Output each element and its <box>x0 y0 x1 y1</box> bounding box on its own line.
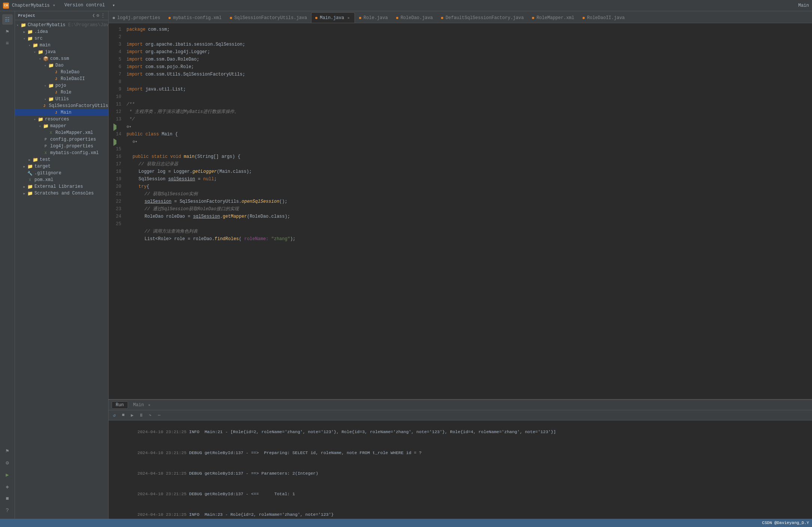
sidebar-item-main-java[interactable]: ▶ J Main <box>15 109 108 116</box>
line-num-16: 16 <box>109 153 121 161</box>
sidebar-item-resources[interactable]: ▾ 📁 resources <box>15 116 108 123</box>
help-icon[interactable]: ? <box>2 505 13 516</box>
sidebar-item-log4j-properties[interactable]: ▶ P log4j.properties <box>15 143 108 150</box>
sidebar-item-target[interactable]: ▶ 📁 target <box>15 163 108 170</box>
code-line-21: // 获取SqlSession实例 <box>127 191 812 198</box>
console-output[interactable]: 2024-04-10 23:21:25 INFO Main:21 - [Role… <box>109 420 812 519</box>
sidebar-item-com-ssm[interactable]: ▾ 📦 com.ssm <box>15 55 108 62</box>
tab-log4j-dot <box>113 17 115 19</box>
sidebar-item-gitignore[interactable]: ▶ 🔧 .gitignore <box>15 170 108 177</box>
line-num-3: 3 <box>109 41 121 49</box>
line-num-14-run[interactable] <box>109 138 121 146</box>
tab-roledao[interactable]: RoleDao.java <box>392 12 437 23</box>
sqlfactory-java-icon: J <box>42 103 48 109</box>
tab-main-close[interactable]: ✕ <box>346 16 351 20</box>
scratches-arrow-icon: ▶ <box>22 191 27 196</box>
tab-rolemapper[interactable]: RoleMapper.xml <box>528 12 578 23</box>
root-arrow-icon: ▾ <box>15 22 20 28</box>
code-area[interactable]: package com.ssm; import org.apache.ibati… <box>124 23 812 399</box>
utils-label: Utils <box>55 96 69 102</box>
sidebar-item-sqlsessionfactoryutils[interactable]: ▶ J SqlSessionFactoryUtils <box>15 102 108 109</box>
root-label: ChapterMybatis E:\Programs\Java\ChapterM <box>28 22 108 28</box>
sidebar-item-role[interactable]: ▶ J Role <box>15 89 108 96</box>
sidebar-item-pom-xml[interactable]: ▶ X pom.xml <box>15 177 108 183</box>
sidebar-item-mapper[interactable]: ▾ 📁 mapper <box>15 123 108 129</box>
resume-button[interactable]: ▶ <box>128 411 136 419</box>
tab-roledaoii[interactable]: RoleDaoII.java <box>578 12 629 23</box>
structure-icon[interactable]: ≡ <box>2 38 13 49</box>
tabs-bar: log4j.properties mybatis-config.xml SqlS… <box>109 11 812 23</box>
sidebar-item-external-libraries[interactable]: ▶ 📁 External Libraries <box>15 183 108 190</box>
code-line-24: RoleDao roleDao = sqlSession.getMapper(R… <box>127 213 812 221</box>
bottom-tab-run[interactable]: Run <box>112 401 128 409</box>
run-icon-bar[interactable]: ▶ <box>2 469 13 480</box>
sidebar-item-utils[interactable]: ▾ 📁 Utils <box>15 96 108 102</box>
idea-folder-icon: 📁 <box>27 29 33 35</box>
terminal-icon[interactable]: ■ <box>2 493 13 504</box>
sidebar-item-scratches[interactable]: ▶ 📁 Scratches and Consoles <box>15 190 108 197</box>
config-properties-label: config.properties <box>50 137 96 142</box>
tab-rolemapper-dot <box>532 17 534 19</box>
line-num-5: 5 <box>109 56 121 64</box>
project-view-icon[interactable]: ☷ <box>2 14 13 25</box>
step-over-button[interactable]: ↷ <box>146 411 154 419</box>
tab-main[interactable]: Main.java ✕ <box>311 12 355 23</box>
stop-button[interactable]: ■ <box>119 411 127 419</box>
mybatis-xml-label: mybatis-config.xml <box>50 150 99 156</box>
bookmark-icon[interactable]: ⚑ <box>2 26 13 37</box>
pause-button[interactable]: ⏸ <box>137 411 145 419</box>
line-num-2: 2 <box>109 34 121 41</box>
bottom-panel: Run Main ✕ ↺ ■ ▶ ⏸ ↷ ⋯ 2024-04-10 23:21:… <box>109 399 812 519</box>
resources-arrow-icon: ▾ <box>32 117 37 122</box>
tab-mybatis[interactable]: mybatis-config.xml <box>164 12 226 23</box>
tab-defaultsql-dot <box>441 17 443 19</box>
sidebar-more-icon[interactable]: ⋮ <box>101 13 105 18</box>
bottom-tab-main-close[interactable]: ✕ <box>148 403 150 407</box>
icon-bar: ☷ ⚑ ≡ ⚑ ⚙ ▶ ❖ ■ ? <box>0 11 15 519</box>
sidebar-item-mybatis-config[interactable]: ▶ X mybatis-config.xml <box>15 150 108 156</box>
sidebar-settings-icon[interactable]: ⚙ <box>97 13 99 18</box>
code-line-8 <box>127 79 812 86</box>
bottom-tab-main[interactable]: Main ✕ <box>130 402 154 408</box>
main-java-icon: J <box>53 110 59 116</box>
rerun-button[interactable]: ↺ <box>110 411 118 419</box>
sidebar-item-dao[interactable]: ▾ 📁 Dao <box>15 62 108 69</box>
src-label: src <box>34 36 43 41</box>
sidebar-item-java[interactable]: ▾ 📁 java <box>15 49 108 55</box>
tab-defaultsql[interactable]: DefaultSqlSessionFactory.java <box>437 12 528 23</box>
sidebar-collapse-icon[interactable]: ❮ <box>92 13 95 18</box>
tab-role[interactable]: Role.java <box>355 12 392 23</box>
version-control-menu[interactable]: Version control <box>61 2 108 9</box>
java-label: java <box>45 49 56 55</box>
settings-icon[interactable]: ⚙ <box>2 457 13 468</box>
pojo-label: pojo <box>55 83 66 88</box>
sidebar-item-config-properties[interactable]: ▶ P config.properties <box>15 136 108 143</box>
tab-log4j[interactable]: log4j.properties <box>109 12 164 23</box>
role-java-icon: J <box>53 89 59 95</box>
sidebar-item-src[interactable]: ▾ 📁 src <box>15 35 108 42</box>
version-control-arrow[interactable]: ▾ <box>109 2 118 9</box>
dao-label: Dao <box>55 63 64 68</box>
log4j-properties-label: log4j.properties <box>50 144 93 149</box>
notification-icon[interactable]: ⚑ <box>2 445 13 456</box>
sidebar-item-rolemapper-xml[interactable]: ▶ X RoleMapper.xml <box>15 129 108 136</box>
git-icon[interactable]: ❖ <box>2 481 13 492</box>
dao-folder-icon: 📁 <box>48 62 54 68</box>
dao-arrow-icon: ▾ <box>43 63 48 68</box>
sidebar-item-roledaoii[interactable]: ▶ J RoleDaoII <box>15 76 108 82</box>
sidebar-item-test[interactable]: ▶ 📁 test <box>15 156 108 163</box>
sidebar-item-roledao[interactable]: ▶ J RoleDao <box>15 69 108 76</box>
target-folder-icon: 📁 <box>27 163 33 169</box>
sidebar-item-pojo[interactable]: ▾ 📁 pojo <box>15 82 108 89</box>
tab-sqlsession[interactable]: SqlSessionFactoryUtils.java <box>226 12 311 23</box>
rolemapper-xml-label: RoleMapper.xml <box>55 130 93 135</box>
line-num-18: 18 <box>109 168 121 176</box>
log4j-properties-icon: P <box>43 143 49 149</box>
dropdown-arrow-icon[interactable]: ▾ <box>53 3 55 8</box>
tree-root[interactable]: ▾ 📁 ChapterMybatis E:\Programs\Java\Chap… <box>15 22 108 28</box>
sidebar-item-main-folder[interactable]: ▾ 📁 main <box>15 42 108 49</box>
line-num-13-run[interactable] <box>109 123 121 131</box>
bottom-tab-main-label: Main <box>133 402 144 408</box>
sidebar-item-idea[interactable]: ▶ 📁 .idea <box>15 28 108 35</box>
more-button[interactable]: ⋯ <box>155 411 163 419</box>
